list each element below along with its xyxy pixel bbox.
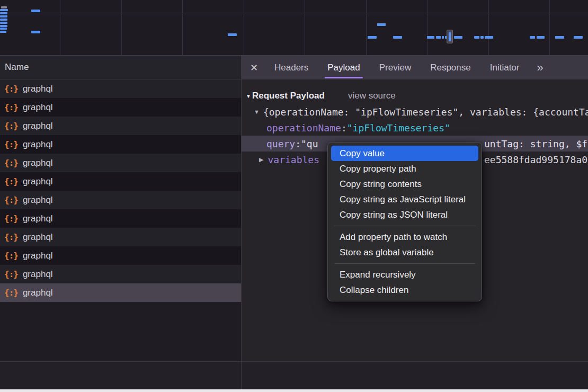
request-row[interactable]: {:}graphql: [0, 265, 241, 283]
waterfall-bar: [427, 36, 434, 39]
tab-response[interactable]: Response: [422, 56, 479, 79]
request-name: graphql: [23, 102, 53, 113]
collapse-icon[interactable]: ▼: [254, 109, 260, 115]
request-name: graphql: [23, 121, 53, 131]
overview-gridline: [549, 0, 550, 56]
json-request-icon: {:}: [4, 102, 18, 112]
property-value-right: untTag: string, $f: [484, 136, 587, 152]
request-row[interactable]: {:}graphql: [0, 209, 241, 228]
waterfall-bar: [0, 9, 8, 11]
more-tabs-icon[interactable]: »: [530, 56, 549, 79]
waterfall-bar: [0, 31, 6, 33]
waterfall-bar: [0, 22, 7, 24]
request-name: graphql: [23, 176, 53, 187]
menu-item-collapse-children[interactable]: Collapse children: [331, 282, 478, 298]
waterfall-bar: [537, 36, 545, 39]
menu-item-copy-value[interactable]: Copy value: [331, 146, 478, 161]
waterfall-bar: [0, 15, 7, 17]
operation-name-row[interactable]: operationName: "ipFlowTimeseries": [242, 120, 588, 136]
window-bottom-edge: [0, 389, 588, 392]
menu-item-store-as-global-variable[interactable]: Store as global variable: [331, 245, 478, 260]
json-request-icon: {:}: [4, 176, 18, 186]
waterfall-bar: [31, 31, 40, 33]
waterfall-bar: [436, 36, 441, 39]
name-column-label: Name: [5, 62, 29, 73]
request-list-footer: [0, 361, 241, 389]
request-row[interactable]: {:}graphql: [0, 228, 241, 246]
json-request-icon: {:}: [4, 213, 18, 224]
waterfall-bar: [377, 23, 386, 26]
waterfall-bar: [474, 36, 479, 39]
overview-gridline: [60, 0, 60, 56]
json-request-icon: {:}: [4, 139, 18, 149]
menu-separator: [334, 226, 475, 226]
request-row-selected[interactable]: {:}graphql: [0, 283, 241, 302]
name-column-header[interactable]: Name: [0, 56, 241, 79]
property-key: variables: [268, 154, 319, 165]
json-request-icon: {:}: [4, 269, 18, 279]
waterfall-bar: [0, 28, 7, 30]
selected-request-marker: [447, 30, 453, 43]
request-row[interactable]: {:}graphql: [0, 79, 241, 98]
waterfall-bar: [228, 33, 237, 36]
waterfall-bar: [574, 36, 583, 39]
close-icon[interactable]: ✕: [242, 56, 266, 79]
request-row[interactable]: {:}graphql: [0, 98, 241, 117]
request-row[interactable]: {:}graphql: [0, 246, 241, 265]
overview-gridline: [244, 0, 244, 56]
waterfall-bar: [368, 36, 377, 39]
section-title: Request Payload: [252, 91, 325, 101]
tab-payload[interactable]: Payload: [319, 56, 368, 79]
request-name: graphql: [23, 288, 53, 298]
network-overview-strip[interactable]: [0, 0, 588, 56]
overview-gridline: [182, 0, 183, 56]
request-name: graphql: [23, 269, 53, 280]
section-collapse-icon[interactable]: ▼: [246, 93, 251, 99]
json-request-icon: {:}: [4, 195, 18, 205]
devtools-network-panel: Name {:}graphql{:}graphql{:}graphql{:}gr…: [0, 0, 588, 392]
overview-gridline: [305, 0, 305, 56]
request-row[interactable]: {:}graphql: [0, 135, 241, 154]
waterfall-bar: [31, 10, 40, 12]
request-row[interactable]: {:}graphql: [0, 191, 241, 209]
waterfall-bar: [485, 36, 493, 39]
view-source-link[interactable]: view source: [348, 91, 396, 101]
request-row[interactable]: {:}graphql: [0, 154, 241, 172]
request-row[interactable]: {:}graphql: [0, 172, 241, 191]
request-name: graphql: [23, 251, 53, 261]
property-key: operationName: [266, 122, 341, 133]
menu-item-add-property-path-to-watch[interactable]: Add property path to watch: [331, 229, 478, 245]
tab-headers[interactable]: Headers: [266, 56, 316, 79]
json-request-icon: {:}: [4, 158, 18, 168]
json-request-icon: {:}: [4, 288, 18, 298]
expand-icon[interactable]: ▶: [259, 156, 263, 163]
menu-item-copy-string-contents[interactable]: Copy string contents: [331, 176, 478, 192]
waterfall-bar: [480, 36, 484, 39]
json-request-icon: {:}: [4, 121, 18, 131]
property-value-right: ee5588fdad995178a0: [484, 152, 587, 167]
menu-item-expand-recursively[interactable]: Expand recursively: [331, 267, 478, 282]
request-name: graphql: [23, 213, 53, 224]
overview-gridline: [366, 0, 367, 56]
menu-item-copy-property-path[interactable]: Copy property path: [331, 161, 478, 176]
request-row[interactable]: {:}graphql: [0, 117, 241, 135]
waterfall-bar: [393, 36, 402, 39]
request-name: graphql: [23, 195, 53, 206]
menu-separator: [334, 263, 475, 264]
tab-preview[interactable]: Preview: [371, 56, 419, 79]
tab-initiator[interactable]: Initiator: [482, 56, 528, 79]
property-value: "ipFlowTimeseries": [347, 122, 450, 133]
menu-item-copy-string-as-javascript-literal[interactable]: Copy string as JavaScript literal: [331, 192, 478, 207]
selected-request-tick: [449, 32, 451, 41]
payload-root-row[interactable]: ▼ {operationName: "ipFlowTimeseries", va…: [242, 104, 588, 120]
waterfall-bar: [555, 36, 564, 39]
overview-gridline: [427, 0, 427, 56]
json-request-icon: {:}: [4, 251, 18, 261]
detail-panel-footer: [242, 361, 588, 389]
detail-tabbar: ✕ HeadersPayloadPreviewResponseInitiator…: [242, 56, 588, 79]
waterfall-bar: [0, 25, 7, 27]
key-separator: :: [295, 138, 301, 149]
menu-item-copy-string-as-json-literal[interactable]: Copy string as JSON literal: [331, 207, 478, 222]
json-request-icon: {:}: [4, 232, 18, 242]
overview-divider-line: [0, 13, 588, 13]
